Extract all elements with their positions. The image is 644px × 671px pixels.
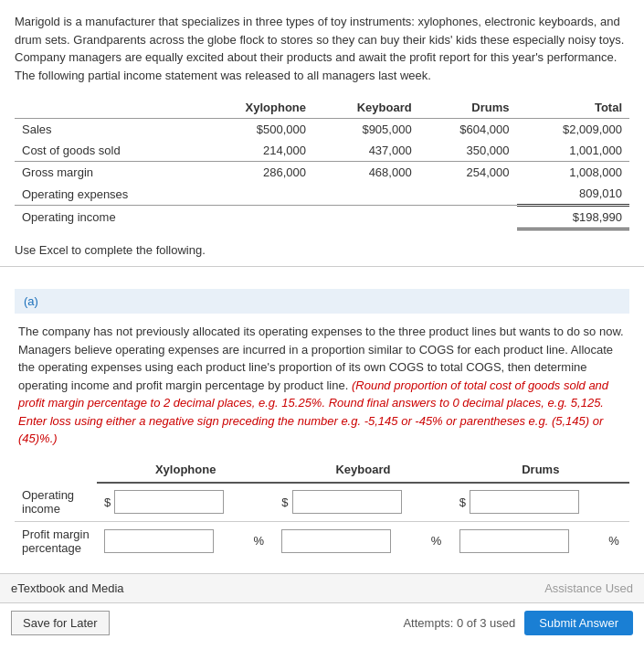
input-answers-table: Xylophone Keyboard Drums Operating incom…	[15, 457, 629, 560]
income-row-label-1: Cost of goods sold	[15, 140, 198, 162]
right-group: Attempts: 0 of 3 used Submit Answer	[403, 611, 633, 635]
income-total-2: 1,008,000	[517, 162, 629, 184]
drums-percent-sign: %	[607, 521, 629, 560]
income-row-label-0: Sales	[15, 119, 198, 141]
operating-income-row: Operating income $ $	[15, 483, 629, 522]
input-col-drums: Drums	[452, 457, 629, 483]
col-header-xylophone: Xylophone	[198, 97, 313, 119]
input-col-xylophone: Xylophone	[97, 457, 274, 483]
use-excel-text: Use Excel to complete the following.	[15, 243, 629, 257]
part-label: (a)	[24, 294, 38, 308]
income-xylophone-2: 286,000	[198, 162, 313, 184]
income-row-label-2: Gross margin	[15, 162, 198, 184]
income-total-4: $198,990	[517, 206, 629, 229]
intro-paragraph: Marigold is a manufacturer that speciali…	[15, 13, 629, 84]
xylophone-percent-sign: %	[252, 521, 275, 560]
col-header-keyboard: Keyboard	[313, 97, 419, 119]
input-col-blank	[15, 457, 97, 483]
income-total-1: 1,001,000	[517, 140, 629, 162]
profit-margin-row: Profit margin percentage % %	[15, 521, 629, 560]
etextbook-label: eTextbook and Media	[11, 581, 124, 595]
keyboard-margin-cell	[274, 521, 429, 560]
attempts-text: Attempts: 0 of 3 used	[403, 616, 515, 630]
bottom-actions-bar: Save for Later Attempts: 0 of 3 used Sub…	[0, 602, 644, 644]
xylophone-margin-input[interactable]	[104, 529, 214, 553]
col-header-total: Total	[517, 97, 629, 119]
input-col-keyboard: Keyboard	[274, 457, 451, 483]
drums-income-cell: $	[452, 483, 607, 522]
income-total-0: $2,009,000	[517, 119, 629, 141]
keyboard-dollar-sign: $	[281, 495, 288, 509]
income-drums-0: $604,000	[419, 119, 517, 141]
income-row-label-3: Operating expenses	[15, 183, 198, 206]
xylophone-income-input[interactable]	[114, 490, 224, 514]
keyboard-income-cell: $	[274, 483, 429, 522]
drums-income-input[interactable]	[470, 490, 579, 514]
save-later-button[interactable]: Save for Later	[11, 611, 110, 635]
income-xylophone-1: 214,000	[198, 140, 313, 162]
income-drums-1: 350,000	[419, 140, 517, 162]
col-header-blank	[15, 97, 198, 119]
keyboard-margin-input[interactable]	[281, 529, 391, 553]
income-drums-3	[419, 183, 517, 206]
assistance-label: Assistance Used	[544, 581, 633, 595]
drums-margin-cell	[452, 521, 607, 560]
keyboard-percent-sign: %	[429, 521, 452, 560]
xylophone-margin-cell	[97, 521, 252, 560]
drums-margin-input[interactable]	[459, 529, 569, 553]
income-total-3: 809,010	[517, 183, 629, 206]
xylophone-income-cell: $	[97, 483, 252, 522]
keyboard-income-input[interactable]	[292, 490, 402, 514]
income-statement-table: Xylophone Keyboard Drums Total Sales$500…	[15, 97, 629, 230]
xylophone-dollar-sign: $	[104, 495, 111, 509]
drums-dollar-sign: $	[459, 495, 466, 509]
income-row-label-4: Operating income	[15, 206, 198, 229]
income-keyboard-3	[313, 183, 419, 206]
profit-margin-label: Profit margin percentage	[15, 521, 97, 560]
etextbook-bar: eTextbook and Media Assistance Used	[0, 573, 644, 602]
income-keyboard-1: 437,000	[313, 140, 419, 162]
operating-income-label: Operating income	[15, 483, 97, 522]
income-keyboard-2: 468,000	[313, 162, 419, 184]
income-xylophone-4	[198, 206, 313, 229]
submit-answer-button[interactable]: Submit Answer	[524, 611, 633, 635]
income-keyboard-0: $905,000	[313, 119, 419, 141]
income-xylophone-3	[198, 183, 313, 206]
col-header-drums: Drums	[419, 97, 517, 119]
income-xylophone-0: $500,000	[198, 119, 313, 141]
income-keyboard-4	[313, 206, 419, 229]
part-a-section: (a)	[15, 289, 629, 314]
income-drums-4	[419, 206, 517, 229]
part-description: The company has not previously allocated…	[15, 323, 629, 448]
income-drums-2: 254,000	[419, 162, 517, 184]
